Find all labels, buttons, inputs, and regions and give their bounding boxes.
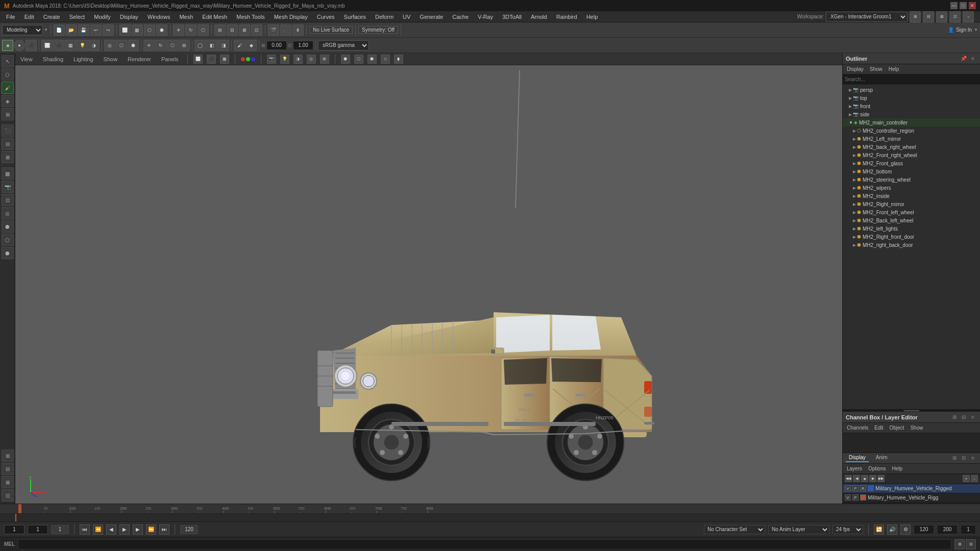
tool-shelf-5[interactable]: ⬠ (2, 234, 14, 246)
layer-icon1[interactable]: ⊞ (950, 454, 959, 462)
redo-btn[interactable]: ↪ (103, 24, 114, 36)
sound-btn[interactable]: 🔊 (887, 524, 897, 535)
tool-shelf-2[interactable]: ⊡ (2, 194, 14, 206)
outliner-help-menu[interactable]: Help (887, 66, 901, 72)
tool-shelf-4[interactable]: ⬢ (2, 220, 14, 233)
save-file-btn[interactable]: 💾 (78, 24, 89, 36)
vp-icon5[interactable]: ⬮ (394, 55, 403, 64)
script-icon2[interactable]: ⊟ (966, 539, 976, 549)
max-range-input[interactable] (937, 525, 958, 534)
menu-cache[interactable]: Cache (448, 13, 473, 21)
fps-dropdown[interactable]: 24 fps (832, 525, 863, 534)
lasso-btn[interactable]: ⬡ (2, 68, 14, 81)
menu-deform[interactable]: Deform (371, 13, 398, 21)
tree-item-front[interactable]: ▶ 📷 front (843, 102, 980, 110)
cb-edit-menu[interactable]: Edit (872, 424, 885, 431)
display-smooth-btn[interactable]: ⬛ (53, 40, 64, 51)
outliner-search[interactable] (843, 74, 980, 85)
tree-item-side[interactable]: ▶ 📷 side (843, 110, 980, 118)
snap-curve-btn[interactable]: ⊟ (227, 24, 238, 36)
layer-prev-btn[interactable]: ◀◀ (845, 475, 852, 482)
menu-generate[interactable]: Generate (415, 13, 447, 21)
tool-shelf-bottom4[interactable]: ⊡ (2, 489, 14, 502)
move-tool-btn[interactable]: ✛ (173, 24, 184, 36)
tool-shelf-6[interactable]: ⬣ (2, 247, 14, 259)
move-manip-btn[interactable]: ✛ (143, 40, 155, 51)
layers-subtab[interactable]: Layers (845, 465, 864, 472)
snap-grid-btn[interactable]: ⊞ (214, 24, 226, 36)
menu-create[interactable]: Create (39, 13, 64, 21)
start-frame-input[interactable] (4, 525, 24, 534)
sign-in-label[interactable]: Sign In (956, 27, 972, 33)
menu-uv[interactable]: UV (399, 13, 414, 21)
menu-surfaces[interactable]: Surfaces (340, 13, 370, 21)
select-by-hierarchy-btn[interactable]: ⬜ (119, 24, 131, 36)
workspace-icon1[interactable]: ⊞ (910, 11, 921, 22)
edge-select-btn[interactable]: ⬛ (26, 40, 37, 51)
layer-tab-display[interactable]: Display (846, 454, 869, 462)
tree-item-bottom[interactable]: ▶ ⬢ MH2_bottom (843, 167, 980, 176)
workspace-icon4[interactable]: ⊡ (949, 11, 961, 22)
obj-select-btn[interactable]: ◈ (2, 40, 13, 51)
ipr-render-btn[interactable]: 🎥 (280, 24, 291, 36)
display-wireframe-btn[interactable]: ⬜ (41, 40, 53, 51)
tree-item-right-front-door[interactable]: ▶ ⬢ MH2_Right_front_door (843, 233, 980, 241)
tree-item-left-mirror[interactable]: ▶ ⬢ MH2_Left_mirror (843, 135, 980, 143)
value-input-2[interactable] (293, 41, 313, 50)
hide-btn[interactable]: ⬢ (128, 40, 139, 51)
show-all-btn[interactable]: ⬡ (116, 40, 127, 51)
component-btn[interactable]: ◈ (2, 95, 14, 107)
vert-select-btn[interactable]: ● (14, 40, 25, 51)
menu-mesh-display[interactable]: Mesh Display (270, 13, 312, 21)
menu-file[interactable]: File (2, 13, 19, 21)
reflective-btn[interactable]: ◧ (206, 40, 217, 51)
vp-shadow-btn[interactable]: ◑ (293, 55, 303, 64)
vp-texture-btn[interactable]: ▦ (220, 55, 229, 64)
render-region-btn[interactable]: ▦ (2, 167, 14, 180)
tree-item-front-right-wheel[interactable]: ▶ ⬢ MH2_Front_right_wheel (843, 151, 980, 159)
tree-item-back-left-wheel[interactable]: ▶ ⬢ MH2_Back_left_wheel (843, 216, 980, 224)
goto-end-btn[interactable]: ⏭ (159, 524, 169, 535)
script-lang-label[interactable]: MEL (4, 541, 15, 547)
layer-icon3[interactable]: ≡ (969, 454, 977, 462)
lasso-select-btn[interactable]: ⬡ (144, 24, 155, 36)
channel-box-icon1[interactable]: ⊞ (950, 413, 959, 421)
layer-icon2[interactable]: ⊟ (960, 454, 968, 462)
tool-shelf-3[interactable]: ◎ (2, 207, 14, 219)
mode-dropdown[interactable]: Modeling (2, 25, 43, 35)
layer-item-3[interactable]: V P Military_Humvee_Vehicle_Rigg (843, 503, 980, 504)
select-tool-btn[interactable]: ↖ (2, 55, 14, 67)
vp-icon2[interactable]: ⬡ (354, 55, 363, 64)
value-input-1[interactable] (266, 41, 287, 50)
layer-p-2[interactable]: P (852, 494, 859, 500)
xray-btn[interactable]: ◨ (218, 40, 229, 51)
vp-smooth-btn[interactable]: ⬛ (207, 55, 216, 64)
snapshot-btn[interactable]: 📷 (2, 181, 14, 193)
layer-help-subtab[interactable]: Help (890, 465, 904, 472)
tool-shelf-bottom3[interactable]: ⊠ (2, 476, 14, 488)
options-subtab[interactable]: Options (866, 465, 888, 472)
layer-prev1-btn[interactable]: ◀ (853, 475, 860, 482)
viewport-content[interactable]: PA-7 TP-18 HNZP05 x y (15, 65, 842, 504)
open-file-btn[interactable]: 📂 (66, 24, 77, 36)
channels-menu[interactable]: Channels (845, 424, 870, 431)
script-input-field[interactable] (18, 539, 951, 549)
maximize-button[interactable]: □ (960, 2, 967, 9)
vp-tab-shading[interactable]: Shading (40, 55, 66, 63)
undo-btn[interactable]: ↩ (90, 24, 102, 36)
max-frame-input[interactable] (914, 525, 934, 534)
tree-item-steering[interactable]: ▶ ⬢ MH2_steering_wheel (843, 176, 980, 184)
outliner-show-menu[interactable]: Show (868, 66, 885, 72)
paint-select-btn[interactable]: ⬢ (156, 24, 167, 36)
channel-box-icon2[interactable]: ⊟ (960, 413, 968, 421)
vp-tab-panels[interactable]: Panels (158, 55, 182, 63)
cb-show-menu[interactable]: Show (908, 424, 925, 431)
snap-point-btn[interactable]: ⊠ (239, 24, 250, 36)
tree-item-right-back-door[interactable]: ▶ ⬢ MH2_right_back_door (843, 241, 980, 249)
outliner-display-menu[interactable]: Display (845, 66, 866, 72)
new-file-btn[interactable]: 📄 (54, 24, 65, 36)
menu-select[interactable]: Select (65, 13, 89, 21)
vp-light-btn[interactable]: 💡 (280, 55, 289, 64)
layer-vis-2[interactable]: V (845, 494, 851, 500)
menu-vray[interactable]: V-Ray (474, 13, 497, 21)
